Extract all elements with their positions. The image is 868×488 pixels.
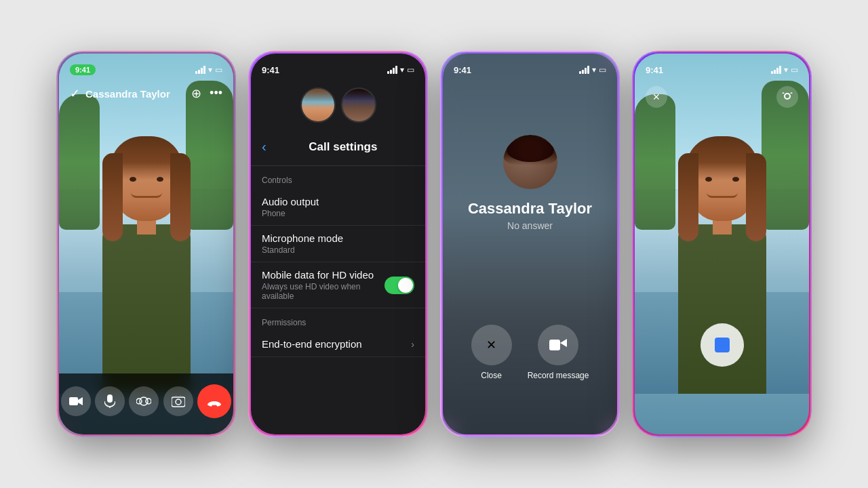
svg-point-4 xyxy=(136,399,142,404)
caller-avatar xyxy=(503,135,557,189)
video-toggle-button[interactable] xyxy=(61,386,91,416)
svg-rect-6 xyxy=(172,397,185,407)
status-time-4: 9:41 xyxy=(646,65,663,75)
back-chevron-icon[interactable]: ✓ xyxy=(70,86,80,101)
add-person-icon[interactable]: ⊕ xyxy=(191,86,201,101)
wifi-icon-2: ▾ xyxy=(400,65,404,75)
controls-section-label: Controls xyxy=(251,166,425,189)
avatars-group xyxy=(300,87,376,123)
no-answer-caller-name: Cassandra Taylor xyxy=(468,200,592,218)
microphone-mode-subtitle: Standard xyxy=(262,245,414,255)
battery-icon-3: ▭ xyxy=(599,65,606,75)
stop-record-button[interactable] xyxy=(701,323,744,367)
wifi-icon: ▾ xyxy=(208,65,212,75)
svg-point-3 xyxy=(140,397,148,405)
close-button[interactable]: ✕ xyxy=(471,325,512,365)
settings-title: Call settings xyxy=(272,140,414,154)
more-options-icon[interactable]: ••• xyxy=(210,86,222,101)
status-time-2: 9:41 xyxy=(262,65,279,75)
phone-4: 9:41 ▾ ▭ ✕ xyxy=(632,51,812,437)
call-top-bar: ✓ Cassandra Taylor ⊕ ••• xyxy=(59,81,233,106)
record-label: Record message xyxy=(528,371,589,380)
wifi-icon-4: ▾ xyxy=(784,65,788,75)
settings-back-button[interactable]: ‹ xyxy=(262,139,267,155)
audio-output-title: Audio output xyxy=(262,196,414,207)
avatar-1 xyxy=(300,87,336,123)
record-btn-group: Record message xyxy=(528,325,589,380)
phones-container: 9:41 ▾ ▭ ✓ Cassandra xyxy=(43,37,825,451)
audio-output-subtitle: Phone xyxy=(262,209,414,218)
status-pill-1: 9:41 xyxy=(70,64,96,75)
flip-camera-button[interactable] xyxy=(163,386,193,416)
no-answer-content: Cassandra Taylor No answer xyxy=(443,135,617,231)
microphone-mode-row[interactable]: Microphone mode Standard xyxy=(251,226,425,262)
status-icons-4: ▾ ▭ xyxy=(771,65,798,75)
svg-rect-0 xyxy=(69,397,78,405)
close-btn-group: ✕ Close xyxy=(471,325,512,380)
settings-title-row: ‹ Call settings xyxy=(251,134,425,166)
svg-point-5 xyxy=(146,399,151,404)
call-controls xyxy=(59,373,233,434)
effects-button[interactable] xyxy=(129,386,159,416)
encryption-title: End-to-end encryption xyxy=(262,338,362,350)
phone-3: 9:41 ▾ ▭ xyxy=(440,51,620,437)
status-icons-3: ▾ ▭ xyxy=(579,65,606,75)
mute-button[interactable] xyxy=(95,386,125,416)
mobile-data-subtitle: Always use HD video when available xyxy=(262,282,384,301)
status-icons-2: ▾ ▭ xyxy=(387,65,414,75)
signal-icon-4 xyxy=(771,66,781,74)
avatar-2 xyxy=(341,87,376,123)
status-time-3: 9:41 xyxy=(454,65,471,75)
microphone-mode-title: Microphone mode xyxy=(262,232,414,244)
record-message-button[interactable] xyxy=(538,325,578,365)
mobile-data-title: Mobile data for HD video xyxy=(262,269,384,281)
battery-icon-2: ▭ xyxy=(407,65,414,75)
camera-switch-button[interactable] xyxy=(776,86,798,108)
status-bar-2: 9:41 ▾ ▭ xyxy=(251,54,425,81)
permissions-section-label: Permissions xyxy=(251,308,425,331)
call-top-actions: ⊕ ••• xyxy=(191,86,222,101)
chevron-right-icon: › xyxy=(411,339,414,350)
svg-rect-1 xyxy=(107,394,113,403)
battery-icon: ▭ xyxy=(215,65,222,75)
end-call-button[interactable] xyxy=(197,384,231,418)
svg-rect-8 xyxy=(549,340,560,350)
mobile-data-row[interactable]: Mobile data for HD video Always use HD v… xyxy=(251,262,425,308)
no-answer-buttons: ✕ Close Record message xyxy=(443,325,617,380)
status-bar-3: 9:41 ▾ ▭ xyxy=(443,54,617,81)
phone4-top-bar: ✕ xyxy=(635,81,809,113)
encryption-row[interactable]: End-to-end encryption › xyxy=(251,331,425,357)
wifi-icon-3: ▾ xyxy=(592,65,596,75)
close-label: Close xyxy=(481,371,502,380)
caller-name-1: Cassandra Taylor xyxy=(85,88,191,100)
no-answer-status: No answer xyxy=(507,220,553,231)
svg-point-7 xyxy=(176,399,181,405)
phone-1: 9:41 ▾ ▭ ✓ Cassandra xyxy=(56,51,236,437)
phone-2: 9:41 ▾ ▭ xyxy=(248,51,428,437)
status-bar-4: 9:41 ▾ ▭ xyxy=(635,54,809,81)
audio-output-row[interactable]: Audio output Phone xyxy=(251,189,425,226)
signal-icon xyxy=(195,66,205,74)
battery-icon-4: ▭ xyxy=(791,65,798,75)
signal-icon-2 xyxy=(387,66,397,74)
status-bar-1: 9:41 ▾ ▭ xyxy=(59,54,233,81)
stop-icon xyxy=(715,338,730,352)
status-icons-1: ▾ ▭ xyxy=(195,65,222,75)
signal-icon-3 xyxy=(579,66,589,74)
hd-video-toggle[interactable] xyxy=(384,277,414,294)
close-call-button[interactable]: ✕ xyxy=(646,86,667,108)
